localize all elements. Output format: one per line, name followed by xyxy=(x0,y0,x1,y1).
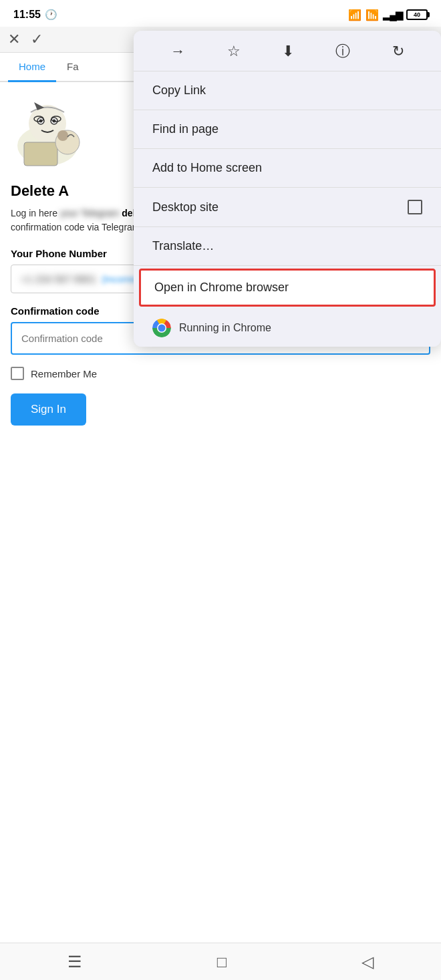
menu-item-desktop-site[interactable]: Desktop site xyxy=(134,188,441,227)
menu-item-open-chrome[interactable]: Open in Chrome browser xyxy=(139,269,436,307)
refresh-icon[interactable]: ↻ xyxy=(392,43,404,60)
status-icons: 📶 📶 ▂▄▆ 40 xyxy=(348,9,428,21)
running-chrome-row: Running in Chrome xyxy=(134,309,441,347)
chrome-icon xyxy=(152,319,171,337)
back-nav-icon[interactable]: ◁ xyxy=(361,953,374,971)
dropdown-toolbar: → ☆ ⬇ ⓘ ↻ xyxy=(134,31,441,71)
sign-in-button[interactable]: Sign In xyxy=(11,393,86,426)
signal-icon: 📶 xyxy=(365,9,379,21)
desc-part1: Log in here xyxy=(11,208,57,218)
battery-icon: 40 xyxy=(406,9,428,20)
network-bars-icon: ▂▄▆ xyxy=(383,9,402,21)
menu-item-find-in-page[interactable]: Find in page xyxy=(134,110,441,149)
tab-fa[interactable]: Fa xyxy=(56,53,90,81)
find-in-page-label: Find in page xyxy=(152,122,218,136)
check-icon[interactable]: ✓ xyxy=(31,31,43,48)
wifi-icon: 📶 xyxy=(348,9,361,21)
svg-point-10 xyxy=(57,130,68,141)
copy-link-label: Copy Link xyxy=(152,84,206,98)
tab-home[interactable]: Home xyxy=(8,53,56,82)
remember-checkbox[interactable] xyxy=(11,367,24,380)
phone-number-blurred: +1 234 567 8901 xyxy=(21,273,96,285)
battery-level: 40 xyxy=(414,11,420,18)
tab-home-label: Home xyxy=(19,61,45,72)
sign-in-label: Sign In xyxy=(31,403,66,416)
menu-nav-icon[interactable]: ☰ xyxy=(67,953,82,971)
running-chrome-label: Running in Chrome xyxy=(179,322,271,334)
desktop-site-checkbox[interactable] xyxy=(408,200,422,214)
time-label: 11:55 xyxy=(13,9,41,21)
bottom-nav: ☰ □ ◁ xyxy=(0,943,441,980)
forward-icon[interactable]: → xyxy=(170,43,185,60)
clock-icon: 🕐 xyxy=(45,9,57,21)
menu-item-copy-link[interactable]: Copy Link xyxy=(134,71,441,110)
menu-item-translate[interactable]: Translate… xyxy=(134,227,441,266)
page-illustration xyxy=(11,96,84,169)
menu-item-add-to-home[interactable]: Add to Home screen xyxy=(134,149,441,188)
svg-rect-8 xyxy=(24,142,57,166)
bookmark-icon[interactable]: ☆ xyxy=(227,43,241,60)
open-chrome-label: Open in Chrome browser xyxy=(154,281,289,295)
add-to-home-label: Add to Home screen xyxy=(152,161,262,175)
home-nav-icon[interactable]: □ xyxy=(217,953,227,971)
dropdown-menu: → ☆ ⬇ ⓘ ↻ Copy Link Find in page Add to … xyxy=(134,31,441,347)
remember-row: Remember Me xyxy=(11,367,430,380)
status-time: 11:55 🕐 xyxy=(13,9,57,21)
status-bar: 11:55 🕐 📶 📶 ▂▄▆ 40 xyxy=(0,0,441,27)
remember-label: Remember Me xyxy=(31,368,97,379)
close-tab-icon[interactable]: ✕ xyxy=(8,31,20,48)
svg-point-13 xyxy=(158,325,166,332)
desktop-site-label: Desktop site xyxy=(152,200,218,214)
translate-label: Translate… xyxy=(152,239,214,253)
info-icon[interactable]: ⓘ xyxy=(335,41,350,61)
tab-fa-label: Fa xyxy=(67,61,79,72)
desc-blurred: your Telegram xyxy=(60,206,119,220)
download-icon[interactable]: ⬇ xyxy=(282,43,294,60)
